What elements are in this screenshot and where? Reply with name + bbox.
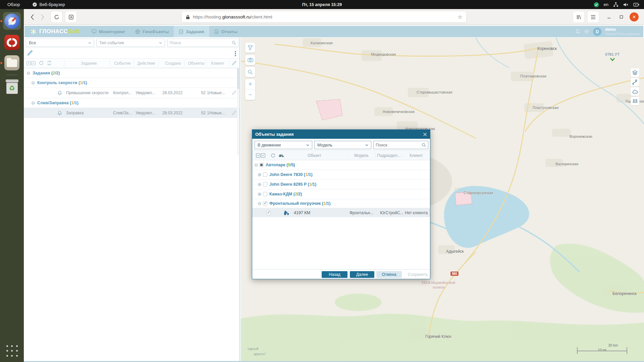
filter-all-select[interactable]: Все [26, 39, 94, 47]
notifications-bell-icon[interactable] [575, 29, 580, 34]
user-avatar[interactable]: D [593, 27, 601, 36]
dock-files-icon[interactable] [3, 54, 21, 72]
battery-icon[interactable] [633, 3, 639, 7]
forward-button[interactable] [39, 13, 46, 21]
map-weather-button[interactable] [631, 87, 639, 96]
nav-item-geoobjects[interactable]: Геообъекты [130, 26, 174, 37]
modal-search-input[interactable] [376, 143, 422, 147]
dock-firefox-icon[interactable] [3, 12, 21, 30]
model-group-row[interactable]: ⊕ Камаз-КДМ (2/2) [252, 189, 430, 199]
dock-divider [6, 75, 18, 75]
library-button[interactable] [573, 11, 584, 22]
dock-trash-icon[interactable]: ♻ [3, 78, 21, 96]
nav-item-label: Мониторинг [99, 29, 125, 34]
save-button[interactable]: Сохранить [406, 271, 430, 278]
network-icon[interactable] [613, 2, 619, 7]
dock-red-app-icon[interactable] [3, 34, 21, 51]
task-client: 1Новые... [207, 111, 225, 115]
modal-header[interactable]: Объекты задания [252, 130, 430, 139]
nav-item-tasks[interactable]: Задания [174, 26, 209, 37]
map-route-button[interactable] [631, 78, 639, 86]
vehicle-row-selected[interactable]: 4197 КМ Фронтальн... ЮгСтройС... Нет кли… [252, 208, 430, 217]
refresh-icon[interactable] [270, 153, 276, 158]
keyboard-layout[interactable]: en [604, 2, 608, 7]
volume-muted-icon[interactable] [623, 2, 629, 7]
glonasssoft-logo[interactable]: ГЛОНАССSoft [30, 28, 79, 35]
edit-column-icon[interactable] [232, 61, 237, 66]
checkbox-indeterminate[interactable] [259, 163, 264, 167]
more-options-icon[interactable] [235, 50, 236, 57]
edit-row-icon[interactable] [232, 111, 237, 116]
vehicle-marker-icon[interactable] [610, 58, 615, 61]
menu-button[interactable] [588, 11, 599, 22]
group-row-speed-control[interactable]: ⊖ Контроль скорости (1/1) [24, 78, 239, 87]
road-ref-badge: М4 [450, 272, 459, 276]
checkbox-unchecked[interactable] [263, 192, 267, 196]
task-row[interactable]: Превышение скорости Контрол... Уведомл..… [24, 87, 239, 98]
map-camera-button[interactable] [245, 55, 255, 65]
model-filter-select[interactable]: Модель [314, 141, 371, 149]
panel-scrollbar[interactable] [237, 68, 239, 156]
edit-row-icon[interactable] [232, 90, 237, 96]
task-created: 28.03.2022 [162, 111, 182, 115]
collapse-tree-icon[interactable] [256, 153, 266, 159]
status-filter-select[interactable]: В движении [255, 141, 312, 149]
map-layers-button[interactable] [631, 68, 639, 77]
edit-pencil-icon[interactable] [27, 50, 33, 56]
cancel-button[interactable]: Отмена [376, 271, 402, 278]
group-count: (1/1) [78, 80, 87, 85]
group-row-drain-refuel[interactable]: ⊖ Слив/Заправка (1/1) [24, 98, 239, 108]
nav-item-monitoring[interactable]: Мониторинг [87, 26, 130, 37]
collapse-node-icon[interactable]: ⊖ [26, 70, 31, 76]
maximize-button[interactable] [617, 12, 626, 21]
checkbox-unchecked[interactable] [263, 173, 267, 177]
fleet-group-row[interactable]: ⊖ Автопарк (5/5) [252, 160, 430, 170]
modal-close-icon[interactable] [423, 132, 427, 136]
model-group-row[interactable]: ⊖ Фронтальный погрузчик (1/1) [252, 199, 430, 208]
panel-search-input[interactable] [169, 41, 232, 45]
zoom-out-button[interactable]: − [245, 90, 255, 100]
back-button[interactable]: Назад [322, 271, 347, 278]
collapse-node-icon[interactable]: ⊖ [31, 100, 35, 106]
nav-item-reports[interactable]: Отчеты [209, 26, 243, 37]
map-filter-button[interactable] [245, 43, 255, 53]
model-group-row[interactable]: ⊕ John Deere 7830 (1/1) [252, 170, 430, 179]
sync-icon[interactable] [47, 60, 52, 66]
user-info[interactable]: demo !НовыеПользователи [605, 27, 640, 36]
map-label: Кореновск [537, 46, 557, 51]
clock[interactable]: Пт, 15 апреля 15:29 [302, 0, 342, 9]
collapse-tree-icon[interactable] [26, 60, 36, 66]
model-group-row[interactable]: ⊕ John Deere 8295 P (1/1) [252, 179, 430, 189]
map-search-button[interactable] [245, 67, 255, 77]
collapse-node-icon[interactable]: ⊖ [31, 80, 35, 85]
zoom-in-button[interactable]: + [245, 79, 255, 90]
checkbox-unchecked[interactable] [263, 182, 267, 187]
expand-node-icon[interactable]: ⊕ [258, 191, 262, 197]
reload-button[interactable] [51, 11, 62, 22]
url-bar[interactable]: https://hosting.glonasssoft.ru/client.ht… [182, 11, 466, 22]
refresh-icon[interactable] [39, 60, 44, 66]
back-button[interactable] [29, 13, 36, 21]
activities-button[interactable]: Обзор [0, 0, 28, 9]
map-measure-button[interactable] [631, 97, 639, 105]
checkbox-checked[interactable] [263, 201, 267, 206]
event-type-select[interactable]: Тип события [96, 39, 165, 47]
nav-item-label: Геообъекты [143, 29, 169, 34]
app-menu[interactable]: Веб-браузер [28, 0, 70, 9]
group-label: John Deere 8295 P [269, 182, 307, 187]
task-row-selected[interactable]: Заправка Слив/За... Уведомл... 28.03.202… [24, 108, 239, 118]
next-button[interactable]: Далее [350, 271, 374, 278]
close-button[interactable] [630, 12, 639, 21]
checkbox-checked[interactable] [266, 210, 271, 215]
new-tab-button[interactable] [65, 11, 76, 22]
expand-node-icon[interactable]: ⊕ [258, 182, 262, 187]
settings-gear-icon[interactable] [584, 29, 589, 34]
minimize-button[interactable] [604, 12, 613, 21]
collapse-node-icon[interactable]: ⊖ [258, 201, 262, 206]
group-row-tasks[interactable]: ⊖ Задания (2/2) [24, 68, 239, 78]
collapse-node-icon[interactable]: ⊖ [254, 162, 258, 168]
software-update-icon[interactable] [594, 2, 599, 7]
show-applications-button[interactable] [6, 345, 18, 357]
expand-node-icon[interactable]: ⊕ [258, 172, 262, 177]
bookmark-star-icon[interactable]: ☆ [458, 14, 462, 20]
